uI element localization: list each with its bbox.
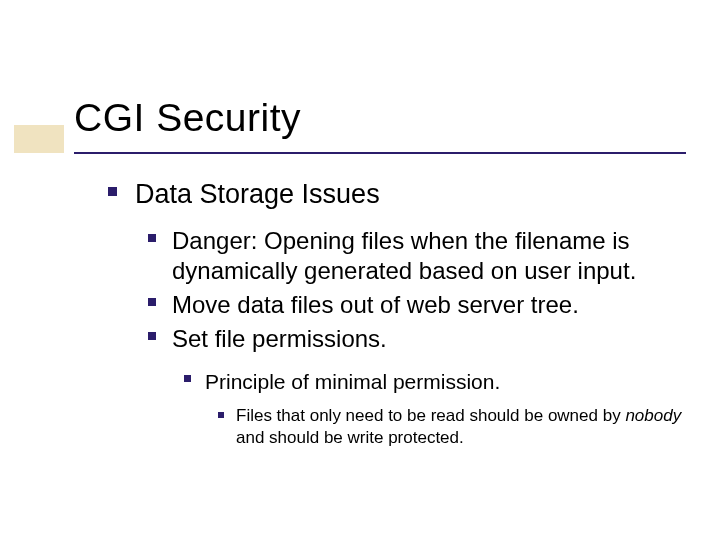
list-item: Principle of minimal permission. bbox=[184, 368, 690, 395]
list-item: Set file permissions. bbox=[148, 324, 690, 354]
accent-block bbox=[14, 125, 64, 153]
bullet-icon bbox=[184, 375, 191, 382]
text-run: and should be write protected. bbox=[236, 428, 464, 447]
list-item: Data Storage Issues bbox=[108, 178, 690, 212]
bullet-icon bbox=[108, 187, 117, 196]
list-item-label: Danger: Opening files when the filename … bbox=[172, 226, 690, 286]
bullet-icon bbox=[148, 332, 156, 340]
list-item-label: Principle of minimal permission. bbox=[205, 368, 500, 395]
sublist: Principle of minimal permission. Files t… bbox=[184, 368, 690, 449]
sublist: Files that only need to be read should b… bbox=[218, 405, 690, 449]
bullet-icon bbox=[148, 298, 156, 306]
list-item-label: Move data files out of web server tree. bbox=[172, 290, 579, 320]
list-item: Files that only need to be read should b… bbox=[218, 405, 690, 449]
list-item-label: Set file permissions. bbox=[172, 324, 387, 354]
list-item: Move data files out of web server tree. bbox=[148, 290, 690, 320]
slide-title: CGI Security bbox=[74, 96, 301, 140]
bullet-icon bbox=[148, 234, 156, 242]
title-underline bbox=[74, 152, 686, 154]
list-item: Danger: Opening files when the filename … bbox=[148, 226, 690, 286]
sublist: Danger: Opening files when the filename … bbox=[148, 226, 690, 449]
slide-body: Data Storage Issues Danger: Opening file… bbox=[108, 178, 690, 449]
slide: CGI Security Data Storage Issues Danger:… bbox=[0, 0, 720, 540]
list-item-label: Data Storage Issues bbox=[135, 178, 380, 212]
emphasized-word: nobody bbox=[625, 406, 681, 425]
text-run: Files that only need to be read should b… bbox=[236, 406, 625, 425]
bullet-icon bbox=[218, 412, 224, 418]
list-item-label: Files that only need to be read should b… bbox=[236, 405, 690, 449]
